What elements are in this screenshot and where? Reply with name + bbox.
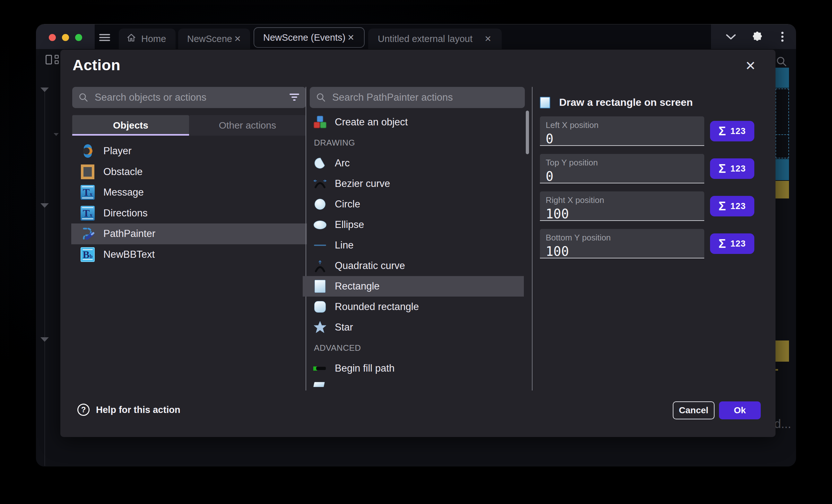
truncated-event-text: d... <box>774 417 791 431</box>
cubes-icon <box>313 115 327 129</box>
close-tab-icon[interactable]: ✕ <box>232 35 243 43</box>
event-block <box>776 159 789 180</box>
dialog-title: Action <box>73 56 120 74</box>
expression-editor-button[interactable]: Σ 123 <box>710 121 754 141</box>
toolbar-right <box>711 24 796 49</box>
top-y-position-field[interactable]: Top Y position 0 <box>540 154 704 184</box>
text-object-icon: Tx <box>80 206 95 221</box>
ok-button[interactable]: Ok <box>719 401 761 419</box>
right-x-position-field[interactable]: Right X position 100 <box>540 191 704 221</box>
path-painter-icon <box>80 226 95 241</box>
expression-editor-button[interactable]: Σ 123 <box>710 196 754 217</box>
tab-newscene[interactable]: NewScene ✕ <box>178 29 250 49</box>
object-tabs: Objects Other actions <box>72 115 306 136</box>
tab-objects[interactable]: Objects <box>72 115 189 136</box>
collapse-arrow-icon <box>41 87 49 92</box>
collapse-arrow-icon <box>41 337 49 342</box>
sigma-icon: Σ <box>719 162 726 176</box>
rectangle-action-icon <box>540 97 550 108</box>
action-item-star[interactable]: Star <box>303 317 524 338</box>
quadratic-icon <box>313 259 327 273</box>
chevron-down-icon[interactable] <box>721 24 740 49</box>
window-controls <box>36 24 95 49</box>
list-item-obstacle[interactable]: Obstacle <box>71 162 307 183</box>
action-item-quadratic-curve[interactable]: Quadratic curve <box>303 255 524 276</box>
action-item-arc[interactable]: Arc <box>303 153 524 173</box>
event-tree-line <box>45 87 45 466</box>
event-block-dashed <box>776 88 789 158</box>
arc-icon <box>313 156 327 170</box>
search-icon <box>316 93 326 102</box>
expression-editor-button[interactable]: Σ 123 <box>710 158 754 179</box>
events-editor-background: d... Action ✕ Objects Other actions <box>36 49 796 467</box>
action-item-line[interactable]: Line <box>303 235 524 255</box>
collapse-arrow-icon <box>41 203 49 208</box>
action-item-begin-fill-path[interactable]: Begin fill path <box>303 358 524 379</box>
left-x-position-field[interactable]: Left X position 0 <box>540 116 704 146</box>
field-row-top-y: Top Y position 0 Σ 123 <box>540 154 769 184</box>
tab-untitled-external-layout[interactable]: Untitled external layout ✕ <box>368 29 502 49</box>
field-row-bottom-y: Bottom Y position 100 Σ 123 <box>540 229 769 258</box>
filter-icon[interactable] <box>289 93 300 102</box>
bbtext-icon: Bb <box>80 247 95 262</box>
close-tab-icon[interactable]: ✕ <box>483 35 493 43</box>
collapse-arrow-icon <box>54 133 59 136</box>
objects-search-input[interactable] <box>94 91 289 104</box>
action-item-partially-visible[interactable] <box>303 379 524 387</box>
list-item-newbbtext[interactable]: Bb NewBBText <box>71 244 307 265</box>
begin-fill-path-icon <box>313 361 327 375</box>
actions-panel: Create an object DRAWING Arc Bezier curv <box>310 87 525 387</box>
bezier-icon <box>313 177 327 191</box>
action-item-bezier-curve[interactable]: Bezier curve <box>303 173 524 194</box>
objects-list: Player Obstacle Tx Message Tx Directions <box>71 141 307 265</box>
player-icon <box>80 144 95 158</box>
cancel-button[interactable]: Cancel <box>673 401 714 419</box>
actions-list: Create an object DRAWING Arc Bezier curv <box>303 112 524 387</box>
obstacle-icon <box>80 165 95 179</box>
home-icon <box>127 33 136 45</box>
help-link[interactable]: ? Help for this action <box>77 404 180 416</box>
list-item-directions[interactable]: Tx Directions <box>71 203 307 224</box>
close-dialog-icon[interactable]: ✕ <box>742 57 759 74</box>
action-item-create-object[interactable]: Create an object <box>303 112 524 133</box>
close-tab-icon[interactable]: ✕ <box>345 33 356 42</box>
zoom-window-button[interactable] <box>75 34 82 41</box>
field-row-left-x: Left X position 0 Σ 123 <box>540 116 769 146</box>
tab-home[interactable]: Home <box>119 29 176 49</box>
action-config-panel: Draw a rectangle on screen Left X positi… <box>540 87 769 258</box>
close-window-button[interactable] <box>49 34 56 41</box>
tab-label: Home <box>141 34 166 44</box>
ellipse-icon <box>313 218 327 232</box>
tab-other-actions[interactable]: Other actions <box>189 115 306 136</box>
list-item-message[interactable]: Tx Message <box>71 182 307 203</box>
objects-panel: Objects Other actions Player Obstacle <box>72 87 306 265</box>
panel-divider <box>532 87 532 391</box>
action-item-rectangle[interactable]: Rectangle <box>303 276 524 297</box>
sigma-icon: Σ <box>719 124 726 138</box>
rectangle-icon <box>313 279 327 293</box>
tab-label: Untitled external layout <box>378 34 472 44</box>
tab-newscene-events[interactable]: NewScene (Events) ✕ <box>254 27 365 48</box>
more-options-kebab-icon[interactable] <box>773 24 792 49</box>
action-item-circle[interactable]: Circle <box>303 194 524 215</box>
circle-icon <box>313 197 327 211</box>
expression-editor-button[interactable]: Σ 123 <box>710 233 754 254</box>
bottom-y-position-field[interactable]: Bottom Y position 100 <box>540 229 704 258</box>
action-dialog: Action ✕ Objects Other actions <box>60 50 776 437</box>
actions-search-input[interactable] <box>332 91 518 104</box>
minimize-window-button[interactable] <box>62 34 69 41</box>
extensions-puzzle-icon[interactable] <box>747 24 766 49</box>
tab-label: NewScene (Events) <box>263 32 345 43</box>
action-item-ellipse[interactable]: Ellipse <box>303 215 524 235</box>
actions-search-box <box>310 87 525 108</box>
layout-panels-icon <box>46 55 60 65</box>
hamburger-menu-icon[interactable] <box>98 24 112 49</box>
event-block <box>776 340 789 362</box>
list-item-player[interactable]: Player <box>71 141 307 162</box>
objects-search-box <box>72 87 306 108</box>
list-item-pathpainter[interactable]: PathPainter <box>71 223 307 244</box>
text-object-icon: Tx <box>80 185 95 200</box>
actions-scrollbar-thumb[interactable] <box>526 111 529 154</box>
section-header: DRAWING <box>303 133 524 153</box>
action-item-rounded-rectangle[interactable]: Rounded rectangle <box>303 297 524 317</box>
